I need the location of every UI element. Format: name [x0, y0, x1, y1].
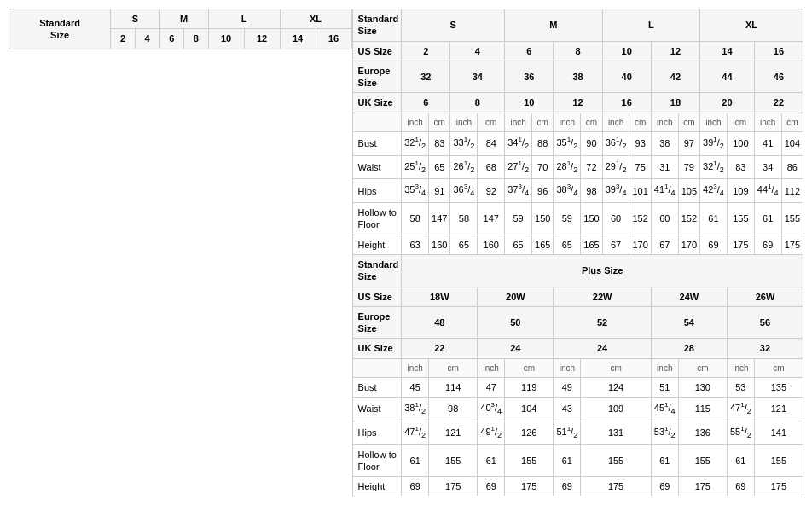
htf-plus-4-cm: 155 [678, 444, 727, 477]
htf-2-cm: 147 [478, 203, 505, 235]
waist-plus-4-inch: 451/4 [651, 398, 678, 421]
unit-cm-3: cm [532, 113, 554, 131]
unit-inch-7: inch [700, 113, 728, 131]
eu-42: 42 [651, 61, 699, 93]
height-plus-5-cm: 175 [754, 477, 803, 496]
height-7-inch: 69 [700, 235, 728, 254]
height-plus-5-inch: 69 [727, 477, 754, 496]
eu-32: 32 [402, 61, 450, 93]
eu-54: 54 [651, 306, 727, 339]
height-1-cm: 160 [429, 235, 450, 254]
waist-plus-5-cm: 121 [754, 398, 803, 421]
bust-8-cm: 104 [781, 131, 803, 155]
hips-1-inch: 353/4 [402, 179, 429, 203]
unit-inch-1: inch [402, 113, 429, 131]
europe-size-label: Europe Size [352, 61, 402, 93]
bust-plus-label: Bust [352, 377, 402, 397]
unit-inch-3: inch [505, 113, 532, 131]
bust-plus-4-cm: 130 [678, 377, 727, 397]
htf-5-cm: 152 [629, 203, 651, 235]
htf-plus-2-inch: 61 [478, 444, 505, 477]
height-plus-1-inch: 69 [402, 477, 429, 496]
htf-1-cm: 147 [429, 203, 450, 235]
bust-6-cm: 97 [678, 131, 699, 155]
bust-2-cm: 84 [478, 131, 505, 155]
us-8: 8 [554, 41, 602, 61]
height-plus-2-inch: 69 [478, 477, 505, 496]
hollow-floor-label: Hollow toFloor [352, 203, 402, 235]
uk-12: 12 [554, 93, 602, 113]
us-size-14: 14 [280, 29, 316, 49]
bust-1-cm: 83 [429, 131, 450, 155]
bust-4-inch: 351/2 [554, 131, 581, 155]
size-chart-table: StandardSize S M L XL US Size 2 4 6 8 10… [352, 9, 803, 496]
eu-36: 36 [505, 61, 554, 93]
hips-3-inch: 373/4 [505, 179, 532, 203]
height-plus-label: Height [352, 477, 402, 496]
size-xl-header: XL [280, 9, 351, 29]
htf-4-cm: 150 [581, 203, 602, 235]
waist-6-cm: 79 [678, 155, 699, 179]
us-16: 16 [754, 41, 803, 61]
htf-6-cm: 152 [678, 203, 699, 235]
waist-5-inch: 291/2 [602, 155, 629, 179]
uk-size-label-plus: UK Size [352, 339, 402, 358]
us-size-label-plus: US Size [352, 287, 402, 306]
eu-48: 48 [402, 306, 478, 339]
us-size-6: 6 [160, 29, 184, 49]
bust-plus-2-inch: 47 [478, 377, 505, 397]
eu-44: 44 [700, 61, 755, 93]
plus-unit-cm-3: cm [581, 358, 652, 377]
uk-22: 22 [754, 93, 803, 113]
plus-unit-cm-1: cm [429, 358, 478, 377]
htf-2-inch: 58 [450, 203, 478, 235]
htf-1-inch: 58 [402, 203, 429, 235]
us-size-16: 16 [316, 29, 351, 49]
waist-plus-5-inch: 471/2 [727, 398, 754, 421]
htf-plus-5-inch: 61 [727, 444, 754, 477]
unit-cm-6: cm [678, 113, 699, 131]
us-26w: 26W [727, 287, 803, 306]
europe-size-label-plus: Europe Size [352, 306, 402, 339]
bust-plus-1-inch: 45 [402, 377, 429, 397]
hips-plus-1-cm: 121 [429, 421, 478, 444]
hips-6-inch: 411/4 [651, 179, 678, 203]
waist-2-inch: 261/2 [450, 155, 478, 179]
bust-1-inch: 321/2 [402, 131, 429, 155]
htf-plus-1-cm: 155 [429, 444, 478, 477]
waist-plus-3-inch: 43 [554, 398, 581, 421]
unit-inch-4: inch [554, 113, 581, 131]
standard-size-cell: StandardSize [352, 9, 402, 42]
waist-plus-label: Waist [352, 398, 402, 421]
unit-inch-8: inch [754, 113, 781, 131]
bust-2-inch: 331/2 [450, 131, 478, 155]
us-6: 6 [505, 41, 554, 61]
height-8-inch: 69 [754, 235, 781, 254]
htf-3-inch: 59 [505, 203, 532, 235]
eu-38: 38 [554, 61, 602, 93]
waist-5-cm: 75 [629, 155, 651, 179]
waist-plus-2-cm: 104 [505, 398, 554, 421]
us-size-label: US Size [352, 41, 402, 61]
bust-7-inch: 391/2 [700, 131, 728, 155]
uk-28: 28 [651, 339, 727, 358]
size-l-header: L [208, 9, 280, 29]
waist-2-cm: 68 [478, 155, 505, 179]
waist-4-cm: 72 [581, 155, 602, 179]
hips-plus-4-cm: 136 [678, 421, 727, 444]
hips-5-cm: 101 [629, 179, 651, 203]
bust-plus-1-cm: 114 [429, 377, 478, 397]
uk-24: 24 [478, 339, 554, 358]
m-group: M [505, 9, 602, 42]
htf-plus-label: Hollow to Floor [352, 444, 402, 477]
us-20w: 20W [478, 287, 554, 306]
bust-7-cm: 100 [727, 131, 754, 155]
height-plus-2-cm: 175 [505, 477, 554, 496]
bust-plus-5-inch: 53 [727, 377, 754, 397]
height-4-inch: 65 [554, 235, 581, 254]
height-1-inch: 63 [402, 235, 429, 254]
waist-3-inch: 271/2 [505, 155, 532, 179]
hips-plus-5-cm: 141 [754, 421, 803, 444]
us-4: 4 [450, 41, 505, 61]
htf-7-inch: 61 [700, 203, 728, 235]
